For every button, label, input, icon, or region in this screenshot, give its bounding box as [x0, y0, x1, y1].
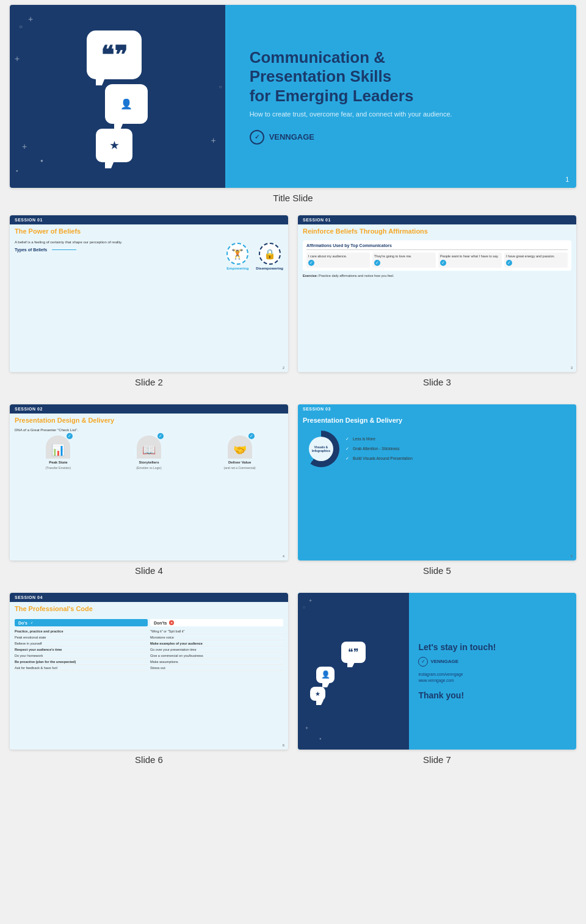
- slide3-num: 3: [571, 366, 573, 370]
- empowering-circle: 🏋️: [226, 243, 248, 265]
- check-1: ✓: [308, 260, 314, 266]
- slide2-wrapper: SESSION 01 The Power of Beliefs A belief…: [5, 210, 293, 399]
- donts-x: ✕: [169, 620, 174, 625]
- do-5: Do your homework: [15, 653, 148, 659]
- title-slide-label: Title Slide: [10, 188, 576, 210]
- check-4: ✓: [506, 260, 512, 266]
- float-plus-3: +: [22, 141, 27, 151]
- slide7-right: Let's stay in touch! ✓ VENNGAGE instagra…: [409, 593, 576, 750]
- slide3-label: Slide 3: [298, 372, 576, 395]
- slide5-item-3: ✓ Build Visuals Around Presentation: [344, 456, 571, 462]
- check-2: ✓: [374, 260, 380, 266]
- slide3-title: Reinforce Beliefs Through Affirmations: [298, 224, 576, 237]
- slide5: SESSION 03 Presentation Design & Deliver…: [298, 404, 576, 561]
- slide2-label: Slide 2: [10, 372, 288, 395]
- title-slide-wrapper: + ○ + + ● ○ + ● ❝❞ 👤 ★: [0, 0, 586, 210]
- title-line2: Presentation Skills: [250, 67, 392, 85]
- exercise-label: Exercise:: [303, 274, 317, 278]
- slide5-content: SESSION 03 Presentation Design & Deliver…: [298, 404, 576, 561]
- disempowering-circle: 🔒: [259, 243, 281, 265]
- dont-5: Give a commercial on you/business: [150, 653, 283, 659]
- donts-header: Don'ts ✕: [150, 619, 283, 626]
- title-slide-number: 1: [565, 176, 569, 183]
- title-slide-right-panel: Communication & Presentation Skills for …: [225, 5, 576, 188]
- slide5-session-header: SESSION 03: [298, 404, 576, 414]
- slide6-session-header: SESSION 04: [10, 593, 288, 602]
- slide5-list: ✓ Less is More ✓ Grab Attention - Sticki…: [344, 436, 571, 462]
- slide5-item-1: ✓ Less is More: [344, 436, 571, 442]
- affirmation-text-1: I care about my audience.: [308, 254, 368, 258]
- do-6: Be proactive (plan for the unexpected): [15, 659, 148, 665]
- belief-icons: 🏋️ Empowering 🔒 Disempowering: [226, 243, 283, 270]
- empowering-icon-item: 🏋️ Empowering: [226, 243, 248, 270]
- affirmation-box: Affirmations Used by Top Communicators I…: [303, 240, 571, 271]
- do-4: Respect your audience's time: [15, 646, 148, 653]
- check-3: ✓: [440, 260, 446, 266]
- star-bubble: ★: [96, 129, 132, 162]
- page-container: + ○ + + ● ○ + ● ❝❞ 👤 ★: [0, 0, 586, 777]
- slide7-logo: ✓ VENNGAGE: [418, 657, 567, 667]
- donut-chart: Visuals & Infographics: [303, 431, 339, 467]
- slide2-body: A belief is a feeling of certainty that …: [10, 237, 288, 372]
- float-circle-2: ○: [219, 84, 222, 90]
- slide6-body: Do's ✓ Don'ts ✕ Practice, prac: [10, 614, 288, 750]
- slide3-wrapper: SESSION 01 Reinforce Beliefs Through Aff…: [293, 210, 581, 399]
- donts-label: Don'ts: [154, 621, 167, 625]
- slide7-links: instagram.com/venngage www.venngage.com: [418, 672, 567, 684]
- exercise-text: Exercise: Practice daily affirmations an…: [303, 274, 571, 278]
- affirmation-card-3: People want to hear what I have to say. …: [438, 252, 502, 268]
- slide4: SESSION 02 Presentation Design & Deliver…: [10, 404, 288, 561]
- float-plus-a: +: [309, 598, 312, 604]
- speech-bubbles: ❝❞ 👤 ★: [87, 30, 148, 162]
- slide7-content: + ○ + ● ❝❞ 👤 ★ Let's stay in touch! ✓: [298, 593, 576, 750]
- slide6-label: Slide 6: [10, 750, 288, 772]
- slide7-title: Let's stay in touch!: [418, 642, 567, 652]
- presenter-icon-bg-1: ✓ 📊: [46, 435, 70, 459]
- quote-bubble: ❝❞: [87, 30, 142, 79]
- slide7-quote-bubble: ❝❞: [341, 642, 366, 663]
- disempowering-label: Disempowering: [256, 267, 283, 270]
- dos-donts-header: Do's ✓ Don'ts ✕: [15, 619, 283, 626]
- slide6-title: The Professional's Code: [10, 602, 288, 614]
- slide7-vlabel: VENNGAGE: [430, 659, 458, 664]
- slide3-content: SESSION 01 Reinforce Beliefs Through Aff…: [298, 215, 576, 372]
- slide2-body-inner: A belief is a feeling of certainty that …: [15, 240, 283, 270]
- affirmation-card-4: I have great energy and passion. ✓: [504, 252, 568, 268]
- types-line: Types of Beliefs: [15, 248, 222, 252]
- dos-label: Do's: [18, 621, 27, 625]
- slide5-text-3: Build Visuals Around Presentation: [353, 456, 413, 460]
- float-plus-4: +: [211, 135, 215, 145]
- slide4-body: DNA of a Great Presenter "Check List". ✓…: [10, 426, 288, 561]
- dont-4: Go over your presentation time: [150, 646, 283, 653]
- title-line3: for Emerging Leaders: [250, 87, 414, 105]
- float-dot-1: ●: [40, 158, 43, 163]
- dont-3: Make examples of your audience: [150, 640, 283, 646]
- types-label: Types of Beliefs: [15, 248, 47, 252]
- affirmation-text-3: People want to hear what I have to say.: [440, 254, 500, 258]
- presenter-icon-bg-2: ✓ 📖: [137, 435, 161, 459]
- float-dot-2: ●: [16, 169, 18, 173]
- affirmation-text-2: They're going to love me.: [374, 254, 434, 258]
- float-plus-2: +: [15, 54, 20, 63]
- presenter-check-1: ✓: [67, 433, 73, 439]
- slide5-title: Presentation Design & Delivery: [298, 414, 576, 426]
- slide7-left: + ○ + ● ❝❞ 👤 ★: [298, 593, 409, 750]
- person-bubble: 👤: [105, 84, 148, 124]
- presenter-sublabel-1: (Transfer Emotion): [46, 466, 71, 470]
- slide6-wrapper: SESSION 04 The Professional's Code Do's …: [5, 588, 293, 777]
- slide4-content: SESSION 02 Presentation Design & Deliver…: [10, 404, 288, 561]
- presenter-label-2: Storytellers: [139, 460, 159, 464]
- venngage-icon: ✓: [250, 130, 264, 145]
- slide7-person-bubble: 👤: [316, 667, 335, 683]
- dont-6: Make assumptions: [150, 659, 283, 665]
- affirmation-cards: I care about my audience. ✓ They're goin…: [306, 252, 568, 268]
- slide5-inner: Visuals & Infographics ✓ Less is More ✓ …: [303, 431, 571, 467]
- check-circle-3: ✓: [344, 456, 350, 462]
- dont-1: "Wing it" or "Spit ball it": [150, 628, 283, 634]
- slide7-star-bubble: ★: [310, 687, 325, 701]
- dont-7: Stress out: [150, 665, 283, 671]
- presenter-label-1: Peak State: [49, 460, 67, 464]
- do-1: Practice, practice and practice: [15, 628, 148, 634]
- presenter-sublabel-2: (Emotion vs Logic): [136, 466, 161, 470]
- slide4-dna-text: DNA of a Great Presenter "Check List".: [15, 428, 283, 432]
